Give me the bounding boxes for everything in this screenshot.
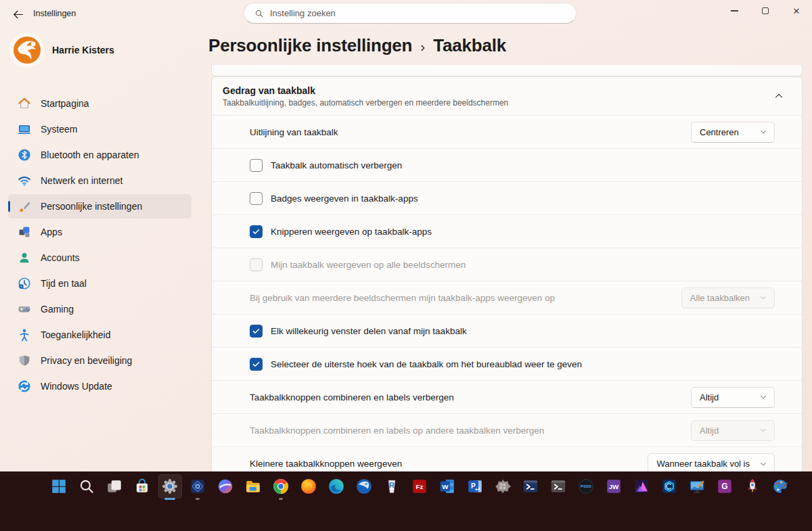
svg-text:JW: JW xyxy=(609,483,619,490)
display-paint-icon[interactable] xyxy=(683,471,711,501)
dropdown-select: Alle taakbalken xyxy=(681,287,775,308)
system-icon xyxy=(18,122,31,136)
sidebar-item-label: Accounts xyxy=(41,252,80,263)
personalization-brush-icon xyxy=(18,200,31,213)
dropdown-select[interactable]: Centreren xyxy=(691,122,775,143)
checkbox-checked[interactable] xyxy=(250,358,263,371)
search-icon xyxy=(254,9,264,18)
pssd-icon[interactable]: PSSD xyxy=(572,471,600,501)
microsoft-store-icon xyxy=(133,478,151,495)
start-icon xyxy=(50,478,68,495)
card-title: Gedrag van taakbalk xyxy=(223,85,508,96)
photo-app-icon xyxy=(189,478,206,495)
settings-icon[interactable] xyxy=(156,471,184,501)
setting-row: Knipperen weergeven op taakbalk-apps xyxy=(212,215,802,248)
setting-label: Badges weergeven in taakbalk-apps xyxy=(271,193,418,204)
home-icon xyxy=(18,97,31,110)
checkbox-checked[interactable] xyxy=(250,225,263,238)
titlebar: Instellingen Instelling zoeken ✕ xyxy=(0,0,812,27)
page-title: Taakbalk xyxy=(433,35,506,56)
taskbar-indicator-active xyxy=(164,498,175,500)
setting-label: Taakbalkknoppen combineren en labels ver… xyxy=(250,392,454,402)
setting-row: Selecteer de uiterste hoek van de taakba… xyxy=(212,348,802,381)
rocket-app-icon[interactable] xyxy=(739,471,767,501)
sidebar-item-tijd-en-taal[interactable]: Tijd en taal xyxy=(8,271,191,296)
recuva-icon[interactable]: R xyxy=(378,471,406,501)
sidebar-item-gaming[interactable]: Gaming xyxy=(8,297,191,321)
jw-library-icon: JW xyxy=(605,478,623,495)
affinity-photo-icon[interactable] xyxy=(628,471,656,501)
word-icon[interactable]: W xyxy=(434,471,461,501)
rocket-app-icon xyxy=(744,478,761,495)
task-view-icon[interactable] xyxy=(101,471,129,501)
file-explorer-icon xyxy=(244,478,262,495)
accounts-icon xyxy=(18,251,31,264)
firefox-icon[interactable] xyxy=(295,471,323,501)
thunderbird-icon xyxy=(355,478,373,495)
user-profile[interactable]: Harrie Kisters xyxy=(9,32,114,68)
search-taskbar-icon[interactable] xyxy=(73,471,101,501)
maximize-button[interactable] xyxy=(750,0,781,22)
sidebar-item-windows-update[interactable]: Windows Update xyxy=(8,374,191,398)
check-icon xyxy=(252,227,261,236)
window-controls: ✕ xyxy=(719,0,812,22)
copilot-icon[interactable] xyxy=(212,471,240,501)
search-input[interactable]: Instelling zoeken xyxy=(244,3,577,24)
sidebar-item-bluetooth-en-apparaten[interactable]: Bluetooth en apparaten xyxy=(8,143,191,167)
chevron-down-icon xyxy=(759,460,767,468)
dropdown-select[interactable]: Altijd xyxy=(691,387,775,408)
setting-label: Uitlijning van taakbalk xyxy=(250,127,338,137)
publisher-icon[interactable]: P xyxy=(461,471,489,501)
collapse-button[interactable] xyxy=(769,86,789,106)
svg-text:R: R xyxy=(389,481,394,489)
chrome-icon[interactable] xyxy=(267,471,295,501)
edge-icon[interactable] xyxy=(323,471,351,501)
cmd-icon[interactable] xyxy=(545,471,572,501)
sidebar: Harrie Kisters StartpaginaSysteemBluetoo… xyxy=(0,27,208,501)
breadcrumb-parent[interactable]: Persoonlijke instellingen xyxy=(208,35,412,56)
back-button[interactable] xyxy=(8,6,26,22)
setting-row: Elk willekeurig venster delen vanaf mijn… xyxy=(212,315,802,348)
sidebar-item-toegankelijkheid[interactable]: Toegankelijkheid xyxy=(8,323,191,347)
accessibility-icon xyxy=(18,328,31,342)
close-button[interactable]: ✕ xyxy=(781,0,812,22)
expander-header[interactable]: Gedrag van taakbalk Taakbalkuitlijning, … xyxy=(212,77,802,116)
sidebar-item-accounts[interactable]: Accounts xyxy=(8,246,191,270)
sidebar-item-label: Netwerk en internet xyxy=(41,175,122,186)
filezilla-icon[interactable]: Fz xyxy=(406,471,434,501)
thunderbird-icon[interactable] xyxy=(351,471,378,501)
checkbox-unchecked[interactable] xyxy=(250,159,263,172)
sidebar-item-persoonlijke-instellingen[interactable]: Persoonlijke instellingen xyxy=(8,194,191,218)
checkbox-unchecked[interactable] xyxy=(250,192,263,205)
minimize-button[interactable] xyxy=(719,0,750,22)
goldwave-icon: G xyxy=(716,478,734,495)
setting-label: Bij gebruik van meerdere beeldschermen m… xyxy=(250,293,555,303)
hexagon-app-icon[interactable] xyxy=(656,471,683,501)
settings-rows: Uitlijning van taakbalkCentrerenTaakbalk… xyxy=(212,116,802,480)
microsoft-store-icon[interactable] xyxy=(129,471,156,501)
sidebar-item-systeem[interactable]: Systeem xyxy=(8,117,191,141)
sidebar-item-label: Privacy en beveiliging xyxy=(41,355,132,366)
sidebar-item-startpagina[interactable]: Startpagina xyxy=(8,91,191,116)
sidebar-item-netwerk-en-internet[interactable]: Netwerk en internet xyxy=(8,168,191,193)
photo-app-icon[interactable] xyxy=(184,471,212,501)
start-icon[interactable] xyxy=(45,471,73,501)
jw-library-icon[interactable]: JW xyxy=(600,471,628,501)
paint-palette-icon[interactable] xyxy=(767,471,794,501)
sidebar-item-label: Tijd en taal xyxy=(41,278,87,289)
close-icon: ✕ xyxy=(793,7,800,16)
sidebar-item-label: Gaming xyxy=(41,304,74,315)
word-icon: W xyxy=(438,478,456,495)
paint-net-icon[interactable] xyxy=(489,471,517,501)
firefox-icon xyxy=(300,478,317,495)
taskbar: RFzWPPSSDJWG xyxy=(0,471,812,501)
powershell-icon xyxy=(522,478,539,495)
checkbox-checked[interactable] xyxy=(250,325,263,338)
goldwave-icon[interactable]: G xyxy=(711,471,739,501)
pssd-icon: PSSD xyxy=(577,478,595,495)
file-explorer-icon[interactable] xyxy=(240,471,267,501)
sidebar-item-privacy-en-beveiliging[interactable]: Privacy en beveiliging xyxy=(8,348,191,373)
powershell-icon[interactable] xyxy=(517,471,545,501)
sidebar-item-label: Bluetooth en apparaten xyxy=(41,149,139,160)
sidebar-item-apps[interactable]: Apps xyxy=(8,220,191,244)
